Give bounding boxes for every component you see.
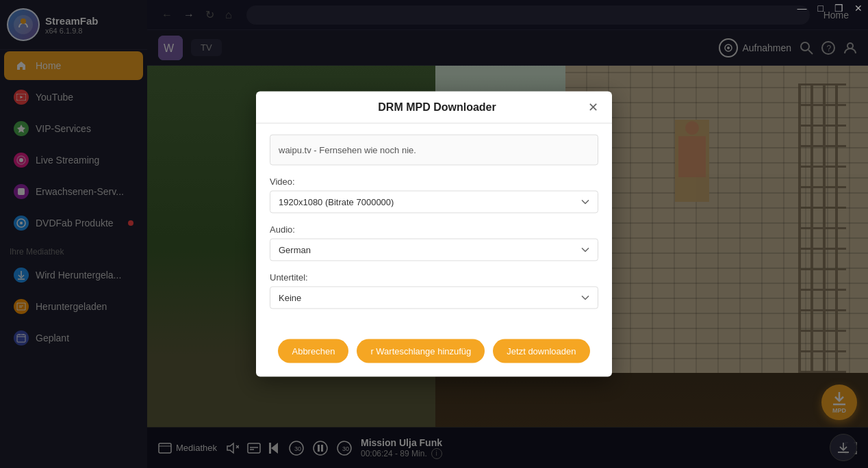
video-form-group: Video: 1920x1080 (Bitrate 7000000) 1280x… <box>270 177 598 213</box>
audio-form-group: Audio: German English <box>270 224 598 261</box>
queue-button[interactable]: r Warteschlange hinzufüg <box>357 339 485 363</box>
dialog-url-display: waipu.tv - Fernsehen wie noch nie. <box>270 135 598 166</box>
video-select[interactable]: 1920x1080 (Bitrate 7000000) 1280x720 (Bi… <box>270 191 598 213</box>
cancel-button[interactable]: Abbrechen <box>278 339 348 363</box>
window-controls: — □ ❒ ✕ <box>792 0 868 16</box>
subtitle-select[interactable]: Keine German English <box>270 287 598 309</box>
window-minimize-button[interactable]: — <box>792 0 813 16</box>
dialog-header: DRM MPD Downloader ✕ <box>256 92 612 124</box>
dialog-close-button[interactable]: ✕ <box>588 101 598 114</box>
audio-label: Audio: <box>270 224 598 235</box>
window-close-button[interactable]: ✕ <box>849 0 868 16</box>
subtitle-label: Untertitel: <box>270 272 598 283</box>
video-label: Video: <box>270 177 598 187</box>
subtitle-form-group: Untertitel: Keine German English <box>270 272 598 309</box>
download-button[interactable]: Jetzt downloaden <box>493 339 589 363</box>
dialog-title: DRM MPD Downloader <box>286 101 588 114</box>
dialog-body: waipu.tv - Fernsehen wie noch nie. Video… <box>256 124 612 331</box>
audio-select[interactable]: German English <box>270 239 598 261</box>
dialog-footer: Abbrechen r Warteschlange hinzufüg Jetzt… <box>256 331 612 377</box>
window-restore-button[interactable]: ❒ <box>829 0 849 16</box>
window-maximize-button[interactable]: □ <box>813 0 829 16</box>
drm-mpd-dialog: DRM MPD Downloader ✕ waipu.tv - Fernsehe… <box>256 92 612 377</box>
